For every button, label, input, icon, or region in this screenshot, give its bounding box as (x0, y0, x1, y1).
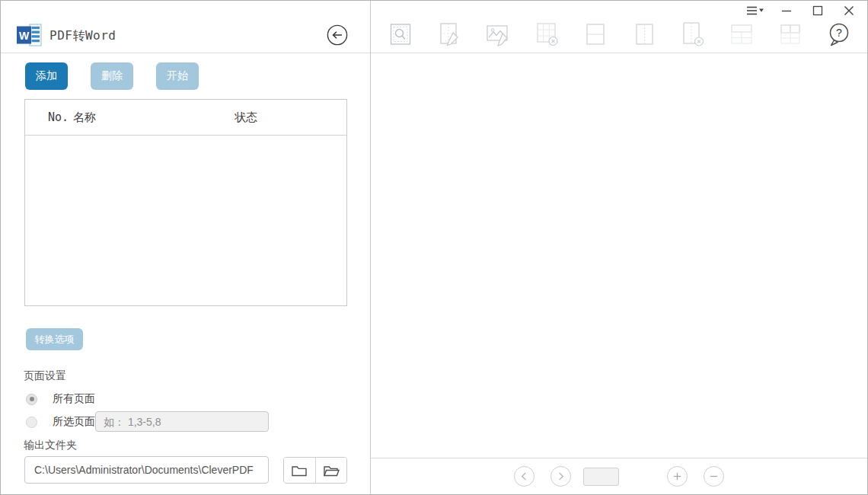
delete-split-icon (681, 21, 705, 47)
file-list-empty (25, 136, 346, 305)
zoom-area-button[interactable] (388, 21, 413, 47)
edit-image-button[interactable] (486, 21, 510, 47)
column-header-status: 状态 (235, 110, 346, 125)
preview-area (371, 53, 867, 458)
chevron-right-icon (551, 466, 570, 487)
zoom-area-icon (388, 21, 413, 47)
output-folder-input[interactable] (24, 456, 269, 484)
menu-list-icon (746, 5, 764, 16)
split-horizontal-icon (583, 21, 608, 47)
draw-area-icon (437, 21, 461, 47)
minimize-icon (781, 5, 792, 16)
folder-button-group (283, 457, 347, 484)
minus-icon (704, 466, 723, 487)
chevron-left-icon (515, 466, 534, 487)
radio-all-pages[interactable]: 所有页面 (26, 392, 95, 406)
right-panel: ? (371, 1, 867, 494)
left-header: W PDF转Word (1, 1, 370, 53)
window-controls (746, 4, 858, 18)
table-columns-icon (778, 21, 803, 47)
back-button[interactable] (327, 24, 348, 46)
start-button[interactable]: 开始 (156, 62, 199, 90)
folder-closed-icon (291, 464, 308, 477)
pager-bar (371, 458, 867, 494)
folder-open-icon (323, 464, 340, 477)
table-rows-button[interactable] (729, 21, 754, 47)
radio-selected-pages-label: 所选页面 (53, 415, 95, 429)
table-columns-button[interactable] (778, 21, 803, 47)
file-table: No. 名称 状态 (24, 99, 347, 306)
page-title: PDF转Word (49, 28, 116, 44)
convert-options-button[interactable]: 转换选项 (26, 328, 83, 350)
split-vertical-icon (632, 21, 656, 47)
action-button-row: 添加 删除 开始 (25, 62, 199, 90)
back-icon (327, 24, 348, 46)
split-vertical-button[interactable] (632, 21, 656, 47)
next-page-button[interactable] (550, 466, 571, 487)
radio-selected-pages-control[interactable] (26, 417, 37, 428)
page-settings-label: 页面设置 (24, 369, 66, 383)
maximize-button[interactable] (809, 4, 827, 18)
word-logo-icon: W (17, 24, 44, 46)
maximize-icon (812, 5, 823, 16)
delete-split-button[interactable] (681, 21, 705, 47)
split-horizontal-button[interactable] (583, 21, 608, 47)
zoom-out-button[interactable] (704, 466, 724, 487)
edit-image-icon (486, 21, 510, 47)
file-table-header: No. 名称 状态 (25, 100, 346, 136)
left-panel: W PDF转Word 添加 删除 开始 No. 名称 状态 (1, 1, 371, 494)
word-logo-letter: W (19, 30, 30, 42)
menu-list-button[interactable] (746, 4, 764, 18)
close-button[interactable] (840, 4, 858, 18)
delete-area-icon (535, 21, 559, 47)
edit-toolbar: ? (388, 21, 851, 47)
help-icon: ? (827, 21, 851, 47)
help-button[interactable]: ? (827, 21, 851, 47)
minimize-button[interactable] (777, 4, 796, 18)
zoom-in-button[interactable] (667, 466, 688, 487)
choose-folder-button[interactable] (284, 458, 316, 483)
output-folder-label: 输出文件夹 (24, 439, 77, 452)
delete-button[interactable]: 删除 (91, 62, 133, 90)
plus-icon (668, 466, 687, 487)
page-range-input[interactable] (95, 411, 269, 432)
delete-area-button[interactable] (535, 21, 559, 47)
help-glyph: ? (836, 27, 842, 39)
add-button[interactable]: 添加 (25, 62, 68, 90)
column-header-no: No. (48, 110, 73, 124)
page-number-input[interactable] (583, 468, 619, 486)
column-header-name: 名称 (73, 110, 235, 125)
previous-page-button[interactable] (514, 466, 535, 487)
radio-selected-pages[interactable]: 所选页面 (26, 415, 95, 429)
radio-all-pages-control[interactable] (26, 394, 37, 405)
table-rows-icon (729, 21, 754, 47)
open-folder-button[interactable] (316, 458, 347, 483)
right-header: ? (371, 1, 867, 53)
radio-all-pages-label: 所有页面 (53, 392, 95, 406)
draw-area-button[interactable] (437, 21, 461, 47)
app-window: W PDF转Word 添加 删除 开始 No. 名称 状态 (0, 0, 868, 495)
close-icon (844, 5, 854, 16)
